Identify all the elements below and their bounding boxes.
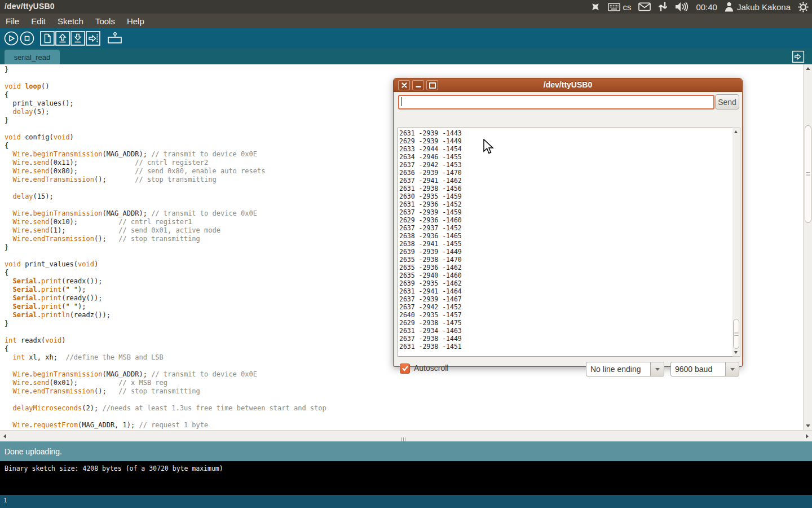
console-text: Binary sketch size: 4208 bytes (of a 307…: [0, 461, 812, 476]
new-sketch-button[interactable]: [39, 30, 55, 46]
serial-monitor-body: Send 2631 -2939 -1443 2629 -2939 -1449 2…: [394, 92, 742, 366]
console-output[interactable]: Binary sketch size: 4208 bytes (of a 307…: [0, 461, 812, 495]
top-panel: /dev/ttyUSB0 cs: [0, 0, 812, 14]
menu-file[interactable]: File: [6, 16, 19, 26]
serial-monitor-window: /dev/ttyUSB0 Send 2631 -2939 -1443 2629 …: [393, 78, 743, 367]
tab-menu-icon[interactable]: [792, 50, 805, 63]
menu-bar: File Edit Sketch Tools Help: [0, 14, 812, 28]
serial-scrollbar-thumb[interactable]: [733, 319, 739, 349]
serial-monitor-button[interactable]: [106, 30, 122, 46]
upload-button[interactable]: [85, 30, 101, 46]
panel-window-title: /dev/ttyUSB0: [5, 2, 55, 11]
serial-scroll-down-icon[interactable]: [734, 351, 738, 354]
editor-vertical-scrollbar[interactable]: [803, 64, 812, 430]
session-gear-icon[interactable]: [798, 2, 809, 12]
play-icon: [3, 30, 19, 46]
save-button[interactable]: [70, 30, 86, 46]
editor-scrollbar-thumb[interactable]: [805, 125, 811, 223]
scroll-up-icon[interactable]: [806, 67, 810, 70]
tab-bar: serial_read: [0, 49, 812, 64]
upload-icon: [85, 30, 101, 46]
toolbar: [0, 28, 812, 49]
serial-monitor-icon: [106, 30, 123, 46]
system-tray: cs 00:40 Jakub Kakona: [590, 0, 809, 14]
serial-scroll-up-icon[interactable]: [734, 130, 738, 133]
user-menu[interactable]: Jakub Kakona: [725, 2, 791, 12]
scroll-down-icon[interactable]: [806, 424, 810, 427]
menu-sketch[interactable]: Sketch: [58, 16, 83, 26]
baud-rate-select[interactable]: 9600 baud: [670, 362, 739, 376]
scroll-left-icon[interactable]: [3, 434, 6, 439]
serial-scrollbar[interactable]: [732, 128, 740, 357]
menu-edit[interactable]: Edit: [31, 16, 46, 26]
save-icon: [70, 30, 86, 46]
check-icon: [402, 366, 408, 371]
status-bar: Done uploading.: [0, 441, 812, 461]
line-number-strip: 1: [0, 495, 812, 508]
mouse-cursor: [483, 139, 494, 155]
clock[interactable]: 00:40: [696, 2, 717, 12]
autoscroll-label: Autoscroll: [414, 364, 448, 373]
tab-label: serial_read: [14, 53, 50, 62]
serial-output-text: 2631 -2939 -1443 2629 -2939 -1449 2633 -…: [398, 128, 732, 351]
autoscroll-checkbox[interactable]: [400, 364, 410, 374]
line-ending-value: No line ending: [586, 362, 650, 376]
current-line-number: 1: [3, 497, 7, 504]
open-icon: [55, 30, 70, 46]
line-ending-select[interactable]: No line ending: [586, 362, 664, 376]
tab-serial-read[interactable]: serial_read: [5, 50, 60, 64]
stop-button[interactable]: [19, 30, 35, 46]
verify-button[interactable]: [3, 30, 19, 46]
send-button[interactable]: Send: [715, 94, 739, 110]
menu-help[interactable]: Help: [127, 16, 144, 26]
keyboard-layout-indicator[interactable]: cs: [608, 2, 631, 12]
mail-icon[interactable]: [638, 2, 651, 11]
new-file-icon: [39, 30, 55, 46]
chevron-down-icon[interactable]: [725, 362, 739, 376]
baud-rate-value: 9600 baud: [671, 362, 725, 376]
serial-input[interactable]: [398, 95, 714, 110]
app-indicator-icon[interactable]: [590, 2, 601, 12]
serial-output[interactable]: 2631 -2939 -1443 2629 -2939 -1449 2633 -…: [398, 128, 733, 357]
network-arrows-icon[interactable]: [658, 2, 668, 12]
text-caret: [401, 97, 401, 106]
screen: /dev/ttyUSB0 cs: [0, 0, 812, 508]
stop-icon: [19, 30, 35, 46]
scroll-right-icon[interactable]: [806, 434, 809, 439]
open-button[interactable]: [55, 30, 70, 46]
volume-icon[interactable]: [675, 2, 689, 12]
chevron-down-icon[interactable]: [650, 362, 664, 376]
keyboard-layout-label: cs: [623, 2, 631, 12]
editor-horizontal-scrollbar[interactable]: [0, 430, 812, 441]
menu-tools[interactable]: Tools: [95, 16, 115, 26]
serial-monitor-titlebar[interactable]: /dev/ttyUSB0: [394, 78, 742, 92]
user-icon: [725, 2, 734, 12]
serial-monitor-controls: Autoscroll No line ending 9600 baud: [394, 361, 742, 378]
user-name: Jakub Kakona: [737, 2, 791, 12]
serial-monitor-title: /dev/ttyUSB0: [394, 80, 742, 89]
keyboard-icon: [608, 3, 620, 11]
status-message: Done uploading.: [5, 447, 62, 456]
